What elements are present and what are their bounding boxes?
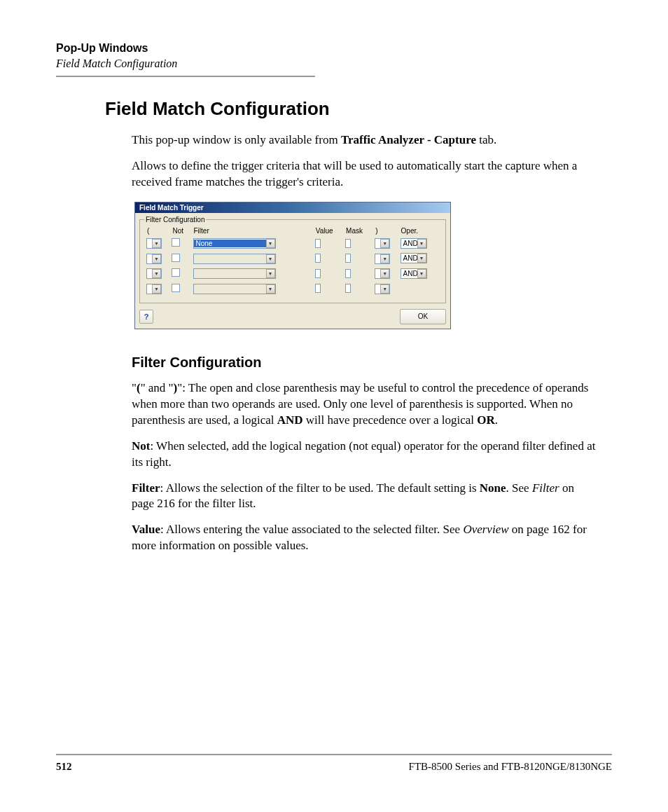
chevron-down-icon: ▼ — [380, 269, 389, 278]
chevron-down-icon: ▼ — [417, 239, 426, 248]
col-paren-open: ( — [146, 227, 169, 235]
paragraph-filter: Filter: Allows the selection of the filt… — [132, 481, 598, 513]
chevron-down-icon: ▼ — [266, 239, 275, 248]
intro-paragraph-1: This pop-up window is only available fro… — [132, 132, 598, 149]
chevron-down-icon: ▼ — [152, 254, 161, 263]
col-paren-close: ) — [374, 227, 398, 235]
paren-open-dropdown[interactable]: ▼ — [146, 238, 162, 249]
chevron-down-icon: ▼ — [266, 254, 275, 263]
mask-input[interactable] — [345, 269, 351, 278]
chevron-down-icon: ▼ — [152, 284, 161, 294]
paragraph-parentheses: "(" and ")": The open and close parenthe… — [132, 380, 598, 429]
filter-row: ▼ ▼ ▼ — [146, 282, 440, 295]
col-mask: Mask — [345, 227, 373, 235]
page-footer: 512 FTB-8500 Series and FTB-8120NGE/8130… — [56, 754, 612, 773]
not-checkbox[interactable] — [172, 254, 180, 262]
oper-dropdown[interactable]: AND▼ — [401, 268, 427, 279]
paren-open-dropdown[interactable]: ▼ — [146, 254, 162, 264]
filter-dropdown[interactable]: ▼ — [193, 254, 276, 264]
header-subtitle: Field Match Configuration — [56, 57, 612, 70]
chevron-down-icon: ▼ — [266, 284, 275, 294]
filter-row: ▼ ▼ ▼ AND▼ — [146, 252, 440, 265]
paragraph-not: Not: When selected, add the logical nega… — [132, 439, 598, 471]
section-title: Filter Configuration — [132, 355, 612, 371]
chevron-down-icon: ▼ — [152, 269, 161, 278]
value-input[interactable] — [315, 239, 321, 248]
help-icon: ? — [144, 312, 149, 321]
col-not: Not — [171, 227, 190, 235]
chevron-down-icon: ▼ — [380, 254, 389, 263]
paren-open-dropdown[interactable]: ▼ — [146, 268, 162, 279]
paren-close-dropdown[interactable]: ▼ — [375, 284, 390, 294]
paren-close-dropdown[interactable]: ▼ — [375, 268, 390, 279]
header-rule — [56, 76, 315, 77]
page-title: Field Match Configuration — [105, 98, 612, 120]
column-header-row: ( Not Filter Value Mask ) Oper. — [146, 227, 440, 235]
filter-row: ▼ None▼ ▼ AND▼ — [146, 237, 440, 250]
intro-paragraph-2: Allows to define the trigger criteria th… — [132, 158, 598, 191]
ok-button[interactable]: OK — [400, 309, 446, 324]
value-input[interactable] — [315, 269, 321, 278]
col-oper: Oper. — [400, 227, 440, 235]
value-input[interactable] — [315, 254, 321, 263]
chevron-down-icon: ▼ — [152, 239, 161, 248]
filter-dropdown[interactable]: None▼ — [193, 238, 276, 249]
not-checkbox[interactable] — [172, 284, 180, 292]
filter-row: ▼ ▼ ▼ AND▼ — [146, 267, 440, 280]
chevron-down-icon: ▼ — [380, 239, 389, 248]
value-input[interactable] — [315, 284, 321, 293]
product-name: FTB-8500 Series and FTB-8120NGE/8130NGE — [409, 761, 612, 773]
paren-close-dropdown[interactable]: ▼ — [375, 254, 390, 264]
filter-configuration-group: Filter Configuration ( Not Filter Value … — [139, 216, 446, 303]
mask-input[interactable] — [345, 239, 351, 248]
mask-input[interactable] — [345, 254, 351, 263]
paragraph-value: Value: Allows entering the value associa… — [132, 522, 598, 554]
filter-dropdown[interactable]: ▼ — [193, 284, 276, 294]
chevron-down-icon: ▼ — [380, 284, 389, 294]
oper-dropdown[interactable]: AND▼ — [401, 238, 427, 249]
filter-dropdown[interactable]: ▼ — [193, 268, 276, 279]
dialog-title: Field Match Trigger — [135, 202, 450, 213]
not-checkbox[interactable] — [172, 238, 180, 247]
filter-configuration-legend: Filter Configuration — [144, 216, 206, 223]
not-checkbox[interactable] — [172, 268, 180, 277]
paren-open-dropdown[interactable]: ▼ — [146, 284, 162, 294]
oper-dropdown[interactable]: AND▼ — [401, 253, 427, 263]
field-match-trigger-dialog: Field Match Trigger Filter Configuration… — [134, 202, 451, 329]
chevron-down-icon: ▼ — [266, 269, 275, 278]
col-value: Value — [314, 227, 343, 235]
help-button[interactable]: ? — [139, 310, 153, 324]
chevron-down-icon: ▼ — [417, 254, 426, 263]
header-title: Pop-Up Windows — [56, 42, 612, 55]
paren-close-dropdown[interactable]: ▼ — [375, 238, 390, 249]
mask-input[interactable] — [345, 284, 351, 293]
page-number: 512 — [56, 761, 72, 773]
col-filter: Filter — [193, 227, 313, 235]
chevron-down-icon: ▼ — [417, 269, 426, 278]
